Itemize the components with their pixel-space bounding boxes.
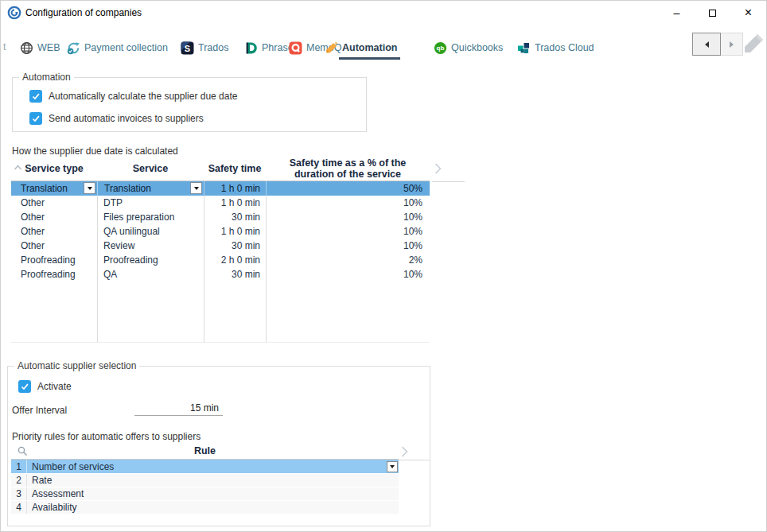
maximize-icon	[709, 10, 716, 17]
tab-label: Trados Cloud	[535, 42, 594, 53]
phrase-icon	[244, 41, 258, 55]
column-header-safety-percent[interactable]: Safety time as a % of the duration of th…	[266, 157, 430, 180]
cell-service-type[interactable]: Translation	[11, 181, 97, 196]
due-date-table: Service type Service Safety time Safety …	[11, 157, 430, 342]
cell-text: Translation	[21, 183, 68, 194]
sort-ascending-icon[interactable]	[14, 165, 22, 171]
offer-interval-label: Offer Interval	[12, 405, 67, 416]
cell-service[interactable]: DTP	[97, 196, 204, 210]
rule-dropdown-button[interactable]	[387, 461, 398, 472]
table-row[interactable]: Other DTP 1 h 0 min 10%	[11, 196, 430, 210]
tab-automation[interactable]: Automation	[325, 37, 397, 58]
tab-payment-collection[interactable]: Payment collection	[67, 37, 168, 58]
checkbox-label: Activate	[37, 381, 72, 392]
checkbox-auto-calculate-due-date[interactable]: Automatically calculate the supplier due…	[29, 90, 237, 103]
rule-number: 4	[11, 501, 27, 514]
close-button[interactable]: ×	[730, 1, 766, 25]
cell-safety-time[interactable]: 2 h 0 min	[204, 253, 266, 267]
table-nav-right-icon[interactable]	[401, 445, 408, 458]
cell-service[interactable]: Files preparation	[97, 210, 204, 224]
cell-service-type[interactable]: Proofreading	[11, 267, 97, 282]
maximize-button[interactable]	[695, 1, 730, 25]
cell-service[interactable]: QA	[97, 267, 204, 282]
tab-phrase[interactable]: Phrase	[244, 37, 294, 58]
search-icon[interactable]	[18, 446, 28, 456]
cell-service[interactable]: Review	[97, 239, 204, 253]
cell-service-type[interactable]: Proofreading	[11, 253, 97, 267]
dropdown-arrow-icon	[194, 187, 199, 190]
cell-service[interactable]: Proofreading	[97, 253, 204, 267]
cell-safety-percent[interactable]: 10%	[266, 224, 430, 239]
close-icon: ×	[745, 6, 752, 20]
payment-collection-icon	[67, 41, 80, 55]
column-header-rule[interactable]: Rule	[11, 443, 399, 459]
automation-pencil-icon	[325, 41, 338, 55]
cell-safety-time[interactable]: 1 h 0 min	[204, 224, 266, 239]
quickbooks-icon: qb	[434, 41, 447, 55]
table-row[interactable]: Other Files preparation 30 min 10%	[11, 210, 430, 224]
cell-safety-time[interactable]: 30 min	[204, 239, 266, 253]
checkbox-checked-icon	[29, 112, 42, 125]
checkbox-activate[interactable]: Activate	[18, 380, 72, 393]
tab-overflow-left[interactable]: t	[3, 41, 6, 52]
cell-service[interactable]: Translation	[97, 181, 204, 196]
tab-scroll-buttons	[692, 33, 743, 56]
cell-safety-percent[interactable]: 10%	[266, 210, 430, 224]
supplier-selection-group-title: Automatic supplier selection	[14, 360, 139, 371]
tab-web[interactable]: WEB	[20, 37, 60, 58]
tab-scroll-left-button[interactable]	[692, 33, 721, 56]
cell-service-type[interactable]: Other	[11, 239, 97, 253]
table-row[interactable]: Translation Translation 1 h 0 min 50%	[11, 181, 430, 196]
cell-service-type[interactable]: Other	[11, 224, 97, 239]
checkbox-send-automatic-invoices[interactable]: Send automatic invoices to suppliers	[29, 112, 204, 125]
rule-row[interactable]: 1 Number of services	[11, 460, 399, 474]
cell-service[interactable]: QA unilingual	[97, 224, 204, 239]
priority-rules-label: Priority rules for automatic offers to s…	[12, 431, 201, 442]
svg-text:qb: qb	[437, 45, 445, 52]
rules-table: Rule 1 Number of services 2 Rate 3 Asses…	[11, 443, 399, 515]
cell-text: Translation	[104, 183, 151, 194]
configuration-window: Configuration of companies – × t WEB	[0, 0, 767, 532]
rule-row[interactable]: 4 Availability	[11, 501, 399, 515]
dropdown-arrow-icon	[390, 465, 395, 468]
cell-safety-percent[interactable]: 10%	[266, 196, 430, 210]
rule-row[interactable]: 3 Assessment	[11, 487, 399, 501]
cell-safety-time[interactable]: 1 h 0 min	[204, 196, 266, 210]
column-header-service-type[interactable]: Service type	[11, 163, 97, 174]
checkbox-checked-icon	[29, 90, 42, 103]
cell-safety-time[interactable]: 30 min	[204, 210, 266, 224]
tab-scroll-right-button[interactable]	[721, 33, 743, 56]
column-header-safety-time[interactable]: Safety time	[204, 163, 266, 174]
cell-service-type[interactable]: Other	[11, 210, 97, 224]
table-row[interactable]: Proofreading QA 30 min 10%	[11, 267, 430, 282]
cell-safety-percent[interactable]: 10%	[266, 239, 430, 253]
rule-number: 2	[11, 474, 27, 487]
service-type-dropdown-button[interactable]	[84, 182, 95, 194]
header-line-extension	[432, 181, 465, 182]
edit-pencil-icon[interactable]	[742, 33, 765, 55]
cell-safety-percent[interactable]: 10%	[266, 267, 430, 282]
due-date-table-body: Translation Translation 1 h 0 min 50% Ot…	[11, 181, 430, 342]
service-dropdown-button[interactable]	[190, 182, 202, 194]
tab-trados-cloud[interactable]: Trados Cloud	[517, 37, 594, 58]
tab-trados[interactable]: S Trados	[181, 37, 228, 58]
cell-safety-time[interactable]: 1 h 0 min	[204, 181, 266, 196]
table-row[interactable]: Other QA unilingual 1 h 0 min 10%	[11, 224, 430, 239]
table-nav-right-icon[interactable]	[434, 162, 442, 175]
minimize-button[interactable]: –	[659, 1, 695, 25]
table-row[interactable]: Other Review 30 min 10%	[11, 239, 430, 253]
table-row[interactable]: Proofreading Proofreading 2 h 0 min 2%	[11, 253, 430, 267]
rule-row[interactable]: 2 Rate	[11, 474, 399, 487]
tab-quickbooks[interactable]: qb Quickbooks	[434, 37, 503, 58]
cell-safety-percent[interactable]: 50%	[266, 181, 430, 196]
column-header-service[interactable]: Service	[97, 163, 204, 174]
checkbox-label: Automatically calculate the supplier due…	[49, 91, 237, 102]
svg-text:S: S	[185, 43, 190, 52]
table-bottom-border	[11, 342, 430, 343]
cell-safety-percent[interactable]: 2%	[266, 253, 430, 267]
cell-service-type[interactable]: Other	[11, 196, 97, 210]
app-logo-icon	[7, 6, 21, 20]
offer-interval-field[interactable]: 15 min	[134, 401, 223, 416]
cell-safety-time[interactable]: 30 min	[204, 267, 266, 282]
minimize-icon: –	[674, 6, 680, 19]
